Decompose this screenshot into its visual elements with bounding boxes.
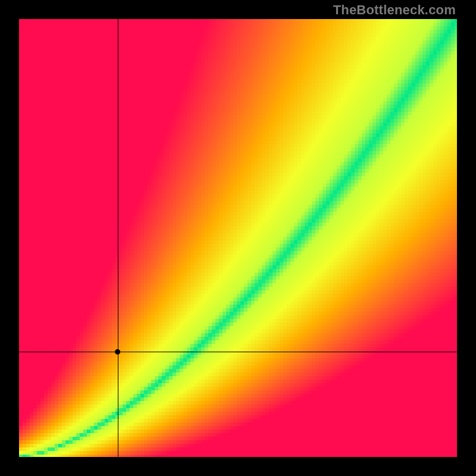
chart-frame: TheBottleneck.com [0, 0, 476, 476]
bottleneck-heatmap [19, 19, 457, 457]
watermark-text: TheBottleneck.com [333, 2, 456, 18]
